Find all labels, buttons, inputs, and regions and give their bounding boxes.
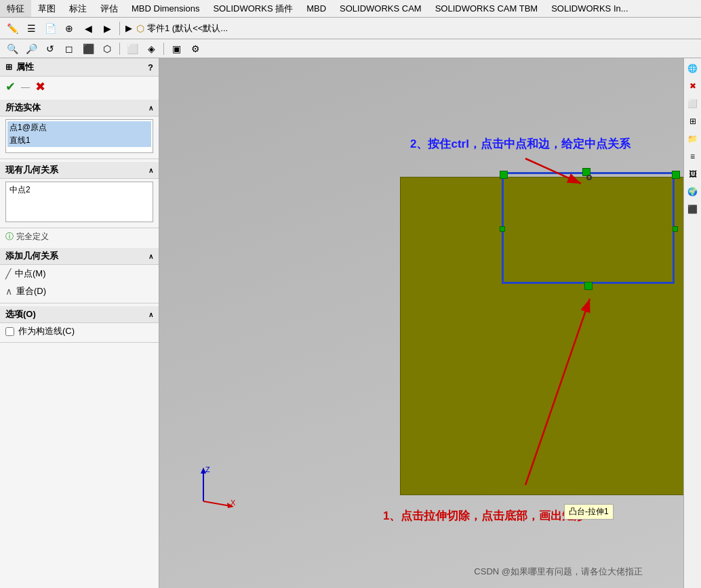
add-coincident-button[interactable]: ∧ 重合(D) <box>0 282 159 300</box>
toolbar-crosshair-icon[interactable]: ⊕ <box>60 20 79 37</box>
part-icon: ⬡ <box>136 23 144 34</box>
coincident-icon: ∧ <box>5 286 12 297</box>
options-section: 选项(O) ∧ 作为构造线(C) <box>0 303 159 343</box>
right-btn-close[interactable]: ✖ <box>685 79 700 93</box>
constraint-marker-ml <box>500 226 505 232</box>
existing-relations-collapse-icon[interactable]: ∧ <box>148 167 153 174</box>
add-relations-header[interactable]: 添加几何关系 ∧ <box>0 248 159 265</box>
view-settings-icon[interactable]: ⚙ <box>186 40 205 58</box>
right-panel: 🌐 ✖ ⬜ ⊞ 📁 ≡ 🖼 🌍 ⬛ <box>683 58 701 588</box>
relation-list: 中点2 <box>5 182 153 222</box>
viewport: 2、按住ctrl，点击中点和边，给定中点关系 1、点击拉伸切除，点击底部，画出矩… <box>159 58 683 588</box>
constraint-marker-tr <box>672 171 680 179</box>
svg-text:Z: Z <box>205 465 210 474</box>
options-collapse-icon[interactable]: ∧ <box>148 311 153 318</box>
confirm-button[interactable]: ✔ <box>5 79 16 94</box>
toolbar-back-icon[interactable]: ◀ <box>79 20 98 37</box>
right-btn-sphere[interactable]: 🌍 <box>685 184 700 199</box>
toolbar-forward-icon[interactable]: ▶ <box>98 20 117 37</box>
relation-item-midpoint: 中点2 <box>7 184 151 196</box>
add-midpoint-button[interactable]: ╱ 中点(M) <box>0 265 159 282</box>
selected-entities-header[interactable]: 所选实体 ∧ <box>0 100 159 117</box>
menu-sw-cam-tbm[interactable]: SOLIDWORKS CAM TBM <box>428 0 544 17</box>
axis-indicator: Z X <box>183 464 237 513</box>
right-btn-folder[interactable]: 📁 <box>685 131 700 146</box>
label-tooltip: 凸台-拉伸1 <box>564 504 614 520</box>
separator-1 <box>119 22 120 35</box>
annotation-bottom: 1、点击拉伸切除，点击底部，画出矩形 <box>383 508 585 524</box>
selected-item-point: 点1@原点 <box>7 121 151 134</box>
view-filter-icon[interactable]: ⬡ <box>98 40 117 58</box>
add-relations-collapse-icon[interactable]: ∧ <box>148 253 153 260</box>
menu-sw-cam[interactable]: SOLIDWORKS CAM <box>333 0 428 17</box>
view-zoom-icon[interactable]: 🔍 <box>3 40 22 58</box>
toolbar-document-icon[interactable]: 📄 <box>41 20 60 37</box>
watermark: CSDN @如果哪里有问题，请各位大佬指正 <box>474 566 643 578</box>
view-shading-icon[interactable]: ◈ <box>142 40 161 58</box>
existing-relations-section: 现有几何关系 ∧ 中点2 <box>0 159 159 228</box>
view-rotate-icon[interactable]: ↺ <box>41 40 60 58</box>
status-line: ⓘ 完全定义 <box>0 228 159 245</box>
annotation-top: 2、按住ctrl，点击中点和边，给定中点关系 <box>410 136 630 152</box>
toolbar-sketch-icon[interactable]: ✏️ <box>3 20 22 37</box>
toolbar-properties-icon[interactable]: ☰ <box>22 20 41 37</box>
constraint-marker-bm <box>584 282 593 290</box>
right-btn-layers[interactable]: ≡ <box>685 149 700 164</box>
view-pan-icon[interactable]: 🔎 <box>22 40 41 58</box>
left-panel: ⊞ 属性 ? ✔ — ✖ 所选实体 ∧ 点1@原点 直线1 现有几何关系 ∧ <box>0 58 159 588</box>
svg-line-6 <box>203 501 231 506</box>
menu-annotation[interactable]: 标注 <box>62 0 94 17</box>
view-cube-icon[interactable]: ⬜ <box>123 40 142 58</box>
confirm-area: ✔ — ✖ <box>0 77 159 97</box>
menu-features[interactable]: 特征 <box>0 0 31 17</box>
view-display-icon[interactable]: ▣ <box>167 40 186 58</box>
menu-mbd[interactable]: MBD <box>300 0 333 17</box>
status-icon: ⓘ <box>5 231 14 243</box>
options-label: 选项(O) <box>5 308 36 320</box>
add-coincident-label: 重合(D) <box>16 285 46 297</box>
constraint-marker-mr <box>673 226 678 232</box>
properties-label: 属性 <box>16 61 34 73</box>
view-section-icon[interactable]: ⬛ <box>79 40 98 58</box>
midpoint-circle <box>586 175 592 180</box>
status-label: 完全定义 <box>16 231 49 243</box>
properties-help-icon[interactable]: ? <box>148 62 153 72</box>
label-tooltip-text: 凸台-拉伸1 <box>569 507 609 516</box>
right-btn-globe[interactable]: 🌐 <box>685 61 700 76</box>
view-3d-icon[interactable]: ◻ <box>60 40 79 58</box>
cancel-button[interactable]: ✖ <box>35 79 45 94</box>
main-layout: ⊞ 属性 ? ✔ — ✖ 所选实体 ∧ 点1@原点 直线1 现有几何关系 ∧ <box>0 58 701 588</box>
separator-3 <box>163 43 164 55</box>
right-btn-img[interactable]: 🖼 <box>685 167 700 182</box>
sketch-rectangle <box>502 172 675 284</box>
menu-sw-in[interactable]: SOLIDWORKS In... <box>544 0 635 17</box>
right-btn-view2[interactable]: ⊞ <box>685 114 700 129</box>
options-header[interactable]: 选项(O) ∧ <box>0 306 159 323</box>
selected-entities-label: 所选实体 <box>5 102 41 114</box>
properties-header: ⊞ 属性 ? <box>0 58 159 77</box>
construction-line-option: 作为构造线(C) <box>0 323 159 339</box>
existing-relations-header[interactable]: 现有几何关系 ∧ <box>0 162 159 179</box>
selected-list: 点1@原点 直线1 <box>5 119 153 153</box>
separator-2 <box>119 43 120 55</box>
selected-entities-collapse-icon[interactable]: ∧ <box>148 104 153 112</box>
menu-bar: 特征 草图 标注 评估 MBD Dimensions SOLIDWORKS 插件… <box>0 0 701 18</box>
breadcrumb-arrow: ▶ <box>125 23 132 33</box>
watermark-text: CSDN @如果哪里有问题，请各位大佬指正 <box>474 566 643 576</box>
menu-evaluate[interactable]: 评估 <box>94 0 125 17</box>
constraint-marker-tl <box>500 171 508 179</box>
toolbar-row-1: ✏️ ☰ 📄 ⊕ ◀ ▶ ▶ ⬡ 零件1 (默认<<默认... <box>0 18 701 39</box>
canvas-area[interactable]: 2、按住ctrl，点击中点和边，给定中点关系 1、点击拉伸切除，点击底部，画出矩… <box>159 58 683 588</box>
properties-icon: ⊞ <box>5 62 12 72</box>
add-relations-label: 添加几何关系 <box>5 250 58 262</box>
construction-line-checkbox[interactable] <box>5 327 14 336</box>
right-btn-view1[interactable]: ⬜ <box>685 96 700 111</box>
menu-sketch[interactable]: 草图 <box>31 0 62 17</box>
selected-item-line: 直线1 <box>7 134 151 147</box>
existing-relations-label: 现有几何关系 <box>5 164 58 176</box>
right-btn-settings[interactable]: ⬛ <box>685 202 700 217</box>
menu-mbd-dimensions[interactable]: MBD Dimensions <box>125 0 206 17</box>
toolbar-row-2: 🔍 🔎 ↺ ◻ ⬛ ⬡ ⬜ ◈ ▣ ⚙ <box>0 39 701 58</box>
menu-sw-plugins[interactable]: SOLIDWORKS 插件 <box>206 0 300 17</box>
add-midpoint-label: 中点(M) <box>15 268 46 280</box>
